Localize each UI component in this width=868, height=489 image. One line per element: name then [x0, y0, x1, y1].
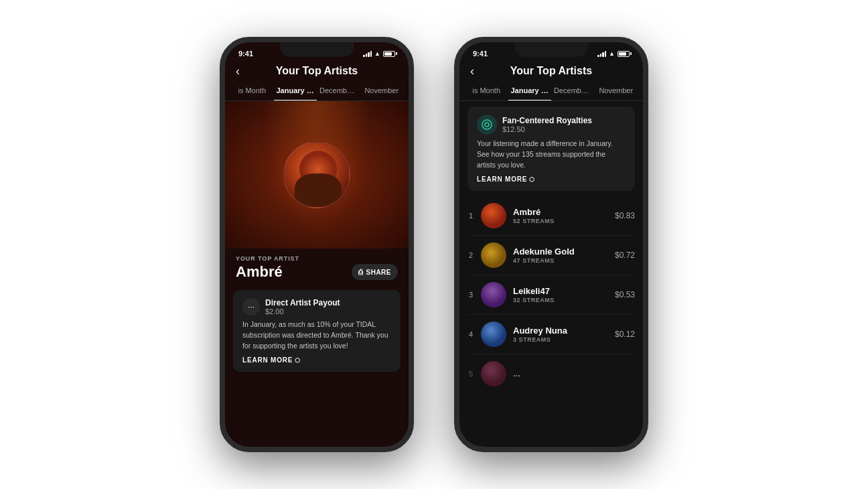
fan-card-body: Your listening made a difference in Janu…: [477, 139, 626, 170]
artist-hero-avatar: [283, 141, 350, 208]
artist-streams-1: 52 STREAMS: [513, 218, 608, 224]
artist-info-1: Ambré 52 STREAMS: [513, 207, 608, 224]
fan-card-header: Fan-Centered Royalties $12.50: [477, 115, 626, 135]
time-left: 9:41: [238, 50, 253, 58]
notch-right: [514, 42, 588, 57]
svg-point-1: [485, 123, 489, 127]
page-header-left: ‹ Your Top Artists: [225, 62, 409, 81]
fan-card-title-group: Fan-Centered Royalties $12.50: [502, 116, 592, 133]
artist-rank-1: 1: [467, 212, 474, 220]
card-body: In January, as much as 10% of your TIDAL…: [242, 320, 391, 351]
artist-list: 1 Ambré 52 STREAMS $0.83 2 Adekunle Gold…: [459, 196, 643, 394]
artist-rank-5: 5: [467, 370, 474, 378]
tab-january-left[interactable]: January '22: [274, 81, 317, 101]
back-button-left[interactable]: ‹: [236, 64, 240, 78]
battery-icon-right: [618, 51, 630, 57]
top-artist-name: Ambré: [236, 263, 283, 281]
tab-this-month-right[interactable]: is Month: [465, 81, 508, 100]
card-amount: $2.00: [265, 307, 340, 316]
artist-name-5: ...: [513, 368, 635, 378]
share-button[interactable]: ⎙ SHARE: [352, 264, 398, 280]
tabs-right: is Month January '22 December '21 Novemb…: [459, 81, 643, 101]
list-item[interactable]: 1 Ambré 52 STREAMS $0.83: [467, 196, 635, 236]
share-icon: ⎙: [358, 268, 364, 276]
payout-icon: ···: [242, 298, 260, 316]
artist-name-3: Leikeli47: [513, 286, 608, 296]
artist-thumb-5: [481, 361, 506, 387]
tab-december-right[interactable]: December '21: [551, 81, 595, 100]
artist-info-3: Leikeli47 32 STREAMS: [513, 286, 608, 303]
list-item[interactable]: 2 Adekunle Gold 47 STREAMS $0.72: [467, 236, 635, 275]
status-icons-right: ▲: [597, 50, 630, 57]
artist-info-2: Adekunle Gold 47 STREAMS: [513, 247, 608, 264]
tab-january-right[interactable]: January '22: [508, 81, 552, 101]
card-title: Direct Artist Payout: [265, 298, 340, 307]
artist-name-2: Adekunle Gold: [513, 247, 608, 257]
back-button-right[interactable]: ‹: [470, 64, 474, 78]
left-phone: 9:41 ▲ ‹ Your Top Artists: [220, 37, 414, 452]
artist-amount-1: $0.83: [615, 211, 635, 220]
top-artist-section: YOUR TOP ARTIST Ambré ⎙ SHARE: [225, 249, 409, 286]
learn-more-left[interactable]: LEARN MORE ⬡: [242, 356, 391, 364]
artist-amount-4: $0.12: [615, 330, 635, 339]
wifi-icon: ▲: [374, 50, 380, 57]
artist-amount-2: $0.72: [615, 251, 635, 260]
tab-november-right[interactable]: November: [595, 81, 638, 100]
tab-december-left[interactable]: December '21: [317, 81, 360, 100]
list-item[interactable]: 3 Leikeli47 32 STREAMS $0.53: [467, 275, 635, 315]
card-header: ··· Direct Artist Payout $2.00: [242, 298, 391, 316]
artist-streams-2: 47 STREAMS: [513, 257, 608, 264]
artist-streams-3: 32 STREAMS: [513, 297, 608, 303]
list-item[interactable]: 5 ...: [467, 354, 635, 394]
tabs-left: is Month January '22 December '21 Novemb…: [225, 81, 409, 101]
artist-rank-4: 4: [467, 330, 474, 338]
artist-thumb-1: [481, 203, 506, 228]
page-header-right: ‹ Your Top Artists: [459, 62, 643, 81]
external-link-icon-right: ⬡: [529, 176, 535, 183]
tab-november-left[interactable]: November: [360, 81, 404, 100]
artist-name-4: Audrey Nuna: [513, 326, 608, 336]
fan-card-title: Fan-Centered Royalties: [502, 116, 592, 125]
artist-rank-3: 3: [467, 291, 474, 299]
time-right: 9:41: [473, 50, 488, 58]
artist-thumb-2: [481, 242, 506, 268]
svg-point-0: [482, 120, 492, 129]
wifi-icon-right: ▲: [609, 50, 615, 57]
artist-info-5: ...: [513, 368, 635, 379]
fan-icon: [477, 115, 497, 135]
artist-name-1: Ambré: [513, 207, 608, 217]
page-title-right: Your Top Artists: [510, 65, 592, 77]
top-artist-row: Ambré ⎙ SHARE: [236, 263, 398, 281]
signal-icon-right: [597, 51, 606, 57]
right-phone: 9:41 ▲ ‹ Your Top Artists: [454, 37, 648, 452]
page-title-left: Your Top Artists: [276, 65, 358, 77]
status-icons-left: ▲: [363, 50, 395, 57]
top-artist-label: YOUR TOP ARTIST: [236, 255, 398, 262]
fan-centered-card: Fan-Centered Royalties $12.50 Your liste…: [467, 107, 635, 191]
fan-card-amount: $12.50: [502, 125, 592, 133]
notch: [280, 42, 354, 57]
artist-thumb-4: [481, 322, 506, 347]
artist-streams-4: 3 STREAMS: [513, 336, 608, 343]
signal-icon: [363, 51, 372, 57]
battery-icon: [383, 51, 395, 57]
hero-area: [225, 101, 409, 249]
direct-payout-card: ··· Direct Artist Payout $2.00 In Januar…: [233, 290, 401, 372]
learn-more-right[interactable]: LEARN MORE ⬡: [477, 176, 626, 183]
card-title-group: Direct Artist Payout $2.00: [265, 298, 340, 316]
external-link-icon: ⬡: [295, 357, 301, 364]
list-item[interactable]: 4 Audrey Nuna 3 STREAMS $0.12: [467, 315, 635, 354]
artist-amount-3: $0.53: [615, 290, 635, 299]
artist-thumb-3: [481, 282, 506, 307]
scene: 9:41 ▲ ‹ Your Top Artists: [0, 0, 868, 489]
artist-rank-2: 2: [467, 251, 474, 259]
artist-info-4: Audrey Nuna 3 STREAMS: [513, 326, 608, 343]
avatar-silhouette: [285, 143, 349, 207]
tab-this-month-left[interactable]: is Month: [230, 81, 274, 100]
